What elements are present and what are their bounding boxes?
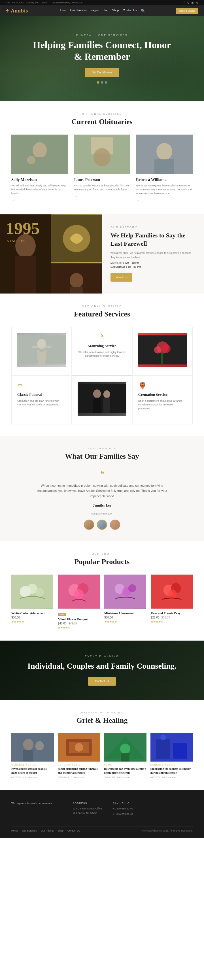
- testimonials-label: TESTIMONIALS: [11, 447, 193, 450]
- svg-point-56: [120, 744, 130, 754]
- footer-nav-pricing[interactable]: Our Pricing: [41, 829, 54, 832]
- hero-section: FUNERAL HOME SERVICES Helping Families C…: [0, 16, 204, 101]
- nav-contact[interactable]: Contact Us: [123, 9, 137, 13]
- order-funeral-button[interactable]: Order Funeral: [176, 8, 198, 14]
- grief-card-3: NEWS How people can overcome a child's d…: [104, 733, 147, 779]
- obituaries-title: Current Obituaries: [11, 118, 193, 126]
- services-label: OPTIONAL SUBTITLE: [11, 305, 193, 308]
- obit-link-2[interactable]: →: [74, 194, 78, 199]
- mourning-icon: 🕯: [99, 333, 105, 341]
- history-title: We Help Families to Say the Last Farewel…: [110, 231, 196, 248]
- service-card-classic: ⚰ Classic Funeral Cremation and pre-plan…: [11, 376, 72, 425]
- grief-label: HELPING WITH GRIEF: [11, 711, 193, 714]
- grief-date-4: 09/25/2021 / 0 Comments: [150, 776, 193, 779]
- product-price-1: $30.00: [11, 616, 53, 619]
- nav-links: Home Our Services Pages Blog Shop Contac…: [59, 9, 145, 13]
- services-grid: 🕯 Mourning Service We offer individualiz…: [11, 327, 193, 425]
- nav-home[interactable]: Home: [59, 9, 66, 13]
- svg-point-8: [156, 143, 172, 160]
- service-desc-mourning: We offer individualized and highly tailo…: [78, 350, 126, 358]
- avatar-2[interactable]: [97, 520, 107, 530]
- search-icon[interactable]: 🔍: [141, 9, 145, 13]
- history-tag: OUR HISTORY: [110, 226, 196, 229]
- service-name-classic: Classic Funeral: [17, 392, 41, 397]
- site-logo[interactable]: Anubis: [11, 8, 28, 14]
- cremation-icon: 🏺: [138, 382, 147, 390]
- svg-point-3: [27, 156, 35, 164]
- product-img-2[interactable]: [58, 574, 100, 609]
- hero-dot-2[interactable]: [101, 81, 103, 84]
- product-card-1: White Casket Adornment $30.00 ★★★★★: [11, 574, 53, 629]
- hero-title: Helping Families Connect, Honor & Rememb…: [31, 40, 173, 63]
- grief-title-1[interactable]: Psychologists explain peoples' huge desi…: [11, 767, 54, 775]
- counseling-cta-button[interactable]: Contact Us: [88, 677, 116, 686]
- product-img-3[interactable]: [104, 574, 146, 609]
- obit-card-3: Rebecca Williams Words cannot express ho…: [136, 135, 193, 203]
- product-stars-3: ★★★★★: [104, 620, 146, 623]
- obit-name-2: James Peterson: [74, 178, 130, 182]
- footer-phone-1[interactable]: +1 800-555-22-99: [113, 807, 145, 811]
- nav-shop[interactable]: Shop: [112, 9, 119, 13]
- grief-cat-3: NEWS: [104, 764, 147, 766]
- footer-nav-shop[interactable]: Shop: [57, 829, 64, 832]
- grief-title-2[interactable]: Social distancing during funerals and me…: [58, 767, 100, 775]
- products-grid: White Casket Adornment $30.00 ★★★★★ SALE…: [11, 574, 193, 629]
- svg-rect-48: [23, 750, 33, 762]
- svg-point-54: [75, 743, 83, 752]
- obit-name-1: Sally Morrison: [11, 178, 68, 182]
- products-section: OUR SHOP Popular Products White Casket A…: [0, 541, 204, 641]
- grief-img-4: [150, 733, 193, 762]
- product-img-4[interactable]: [151, 574, 193, 609]
- obit-link-1[interactable]: →: [11, 198, 15, 203]
- nav-info-address: 21 Bakery Street, London, CA: [53, 2, 83, 4]
- product-name-1: White Casket Adornment: [11, 611, 53, 615]
- grief-card-4: GENERAL ADVICE Embracing the sadness is …: [150, 733, 193, 779]
- nav-services[interactable]: Our Services: [70, 9, 87, 13]
- products-title: Popular Products: [11, 558, 193, 566]
- svg-point-28: [104, 390, 110, 398]
- grief-card-1: GENERAL ADVICE Psychologists explain peo…: [11, 733, 54, 779]
- grief-cat-2: GENERAL ADVICE: [58, 764, 100, 766]
- product-img-1[interactable]: [11, 574, 53, 609]
- svg-point-26: [93, 389, 101, 398]
- counseling-title: Individual, Couples and Family Counselin…: [27, 661, 177, 671]
- history-year-sub: START IN: [7, 239, 25, 242]
- footer-tagline-col: We organize & create ceremonies.: [11, 801, 64, 818]
- service-name-cremation: Cremation Service: [138, 392, 167, 397]
- hero-dot-1[interactable]: [97, 81, 99, 84]
- product-card-3: Miniature Adornment $30.00 ★★★★★: [104, 574, 146, 629]
- classic-link[interactable]: →: [17, 410, 21, 414]
- twitter-icon[interactable]: 𝕏: [187, 1, 189, 4]
- svg-point-33: [35, 588, 44, 597]
- footer-nav-home[interactable]: Home: [11, 829, 18, 832]
- hero-dot-3[interactable]: [105, 81, 107, 84]
- hero-cta-button[interactable]: Get Our Flowers: [85, 68, 119, 77]
- facebook-icon[interactable]: f: [183, 1, 185, 4]
- nav-blog[interactable]: Blog: [102, 9, 108, 13]
- avatar-1[interactable]: [84, 520, 94, 530]
- footer-address: 219 Duncan Street, Office #35 Ancho, De …: [73, 807, 104, 815]
- nav-pages[interactable]: Pages: [91, 9, 99, 13]
- history-section: 1995 START IN OUR HISTORY We Help Famili…: [0, 214, 204, 294]
- testimonials-section: TESTIMONIALS What Our Families Say ❝ Whe…: [0, 436, 204, 541]
- grief-title: Grief & Healing: [11, 716, 193, 725]
- counseling-section: EVENT PLANNING Individual, Couples and F…: [0, 641, 204, 700]
- obituaries-section: OPTIONAL SUBTITLE Current Obituaries Sal…: [0, 101, 204, 214]
- footer-copyright: © Anubis/Themes 2021. All Rights Reserve…: [142, 829, 193, 832]
- about-us-button[interactable]: About Us: [110, 273, 132, 282]
- footer-nav-services[interactable]: Our Services: [22, 829, 37, 832]
- pinterest-icon[interactable]: ⊕: [196, 1, 198, 4]
- footer-phone-2[interactable]: +1 840-555-22-99: [113, 812, 145, 816]
- footer-nav-contact[interactable]: Contact Us: [67, 829, 80, 832]
- avatar-3[interactable]: [110, 520, 120, 530]
- grief-title-3[interactable]: How people can overcome a child's death …: [104, 767, 147, 775]
- history-content: OUR HISTORY We Help Families to Say the …: [102, 214, 204, 294]
- testimonial-sub: company manager: [11, 512, 193, 515]
- grief-title-4[interactable]: Embracing the sadness is simpler during …: [150, 767, 193, 775]
- footer-nav: Home Our Services Our Pricing Shop Conta…: [11, 829, 80, 832]
- product-badge-2: SALE: [58, 613, 66, 616]
- cremation-link[interactable]: →: [138, 414, 142, 418]
- obit-link-3[interactable]: →: [136, 198, 140, 203]
- instagram-icon[interactable]: ◉: [191, 1, 194, 4]
- footer-top: We organize & create ceremonies. Address…: [11, 801, 193, 818]
